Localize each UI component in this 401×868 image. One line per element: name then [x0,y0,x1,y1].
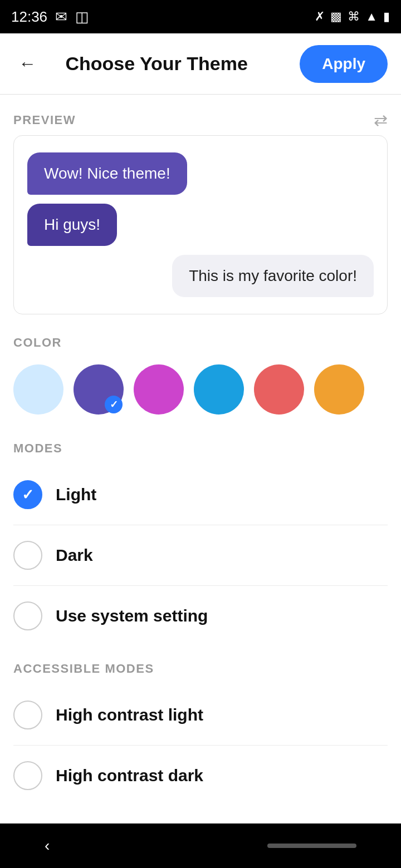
status-bar: 12:36 ✉ ◫ ✗ ▩ ⌘ ▲ ▮ [0,0,401,33]
chat-bubble-sent-1: Wow! Nice theme! [27,152,187,195]
color-circle-magenta[interactable] [134,364,184,415]
sent-message-1: Wow! Nice theme! [27,152,374,204]
color-circles-row [13,359,388,426]
received-message-1: This is my favorite color! [27,255,374,297]
battery-icon: ▮ [383,9,390,24]
mode-label-high-contrast-light: High contrast light [56,706,203,724]
radio-high-contrast-dark [13,761,42,790]
nav-home-pill[interactable] [267,844,356,848]
color-circle-light-blue[interactable] [13,364,63,415]
modes-list: ✓ Light Dark Use system setting [13,465,388,646]
mode-item-high-contrast-dark[interactable]: High contrast dark [13,746,388,806]
color-circle-orange[interactable] [314,364,364,415]
mode-item-dark[interactable]: Dark [13,525,388,586]
bluetooth-icon: ✗ [315,9,325,24]
chat-bubble-received-inner-1: This is my favorite color! [172,255,374,297]
vibrate-icon: ▩ [330,9,342,24]
color-circle-purple[interactable] [74,364,124,415]
time-display: 12:36 [11,8,47,26]
message-icon: ✉ [55,8,67,26]
photo-icon: ◫ [75,8,89,26]
accessible-modes-section-label: ACCESSIBLE MODES [13,646,388,685]
mode-label-light: Light [56,485,96,504]
mode-label-high-contrast-dark: High contrast dark [56,766,203,785]
apply-button[interactable]: Apply [300,45,388,83]
accessible-modes-list: High contrast light High contrast dark [13,685,388,806]
nav-back-button[interactable]: ‹ [45,837,50,855]
color-section-label: COLOR [13,320,388,359]
mode-label-dark: Dark [56,546,93,565]
color-circle-coral[interactable] [254,364,304,415]
modes-section-label: MODES [13,426,388,465]
nav-bar: ‹ [0,823,401,868]
mode-item-high-contrast-light[interactable]: High contrast light [13,685,388,746]
radio-high-contrast-light [13,701,42,729]
main-content: PREVIEW ⇄ Wow! Nice theme! Hi guys! This… [0,95,401,806]
chat-bubble-sent-2: Hi guys! [27,204,117,246]
color-circle-blue[interactable] [194,364,244,415]
check-icon-light: ✓ [22,486,34,504]
sent-message-2: Hi guys! [27,204,374,255]
mode-label-system: Use system setting [56,606,208,625]
radio-light: ✓ [13,480,42,509]
radio-system [13,601,42,630]
swap-icon[interactable]: ⇄ [374,110,388,130]
header: ← Choose Your Theme Apply [0,33,401,95]
mode-item-system[interactable]: Use system setting [13,586,388,646]
radio-dark [13,541,42,570]
signal-icon: ▲ [365,9,378,24]
preview-header: PREVIEW ⇄ [13,95,388,135]
mode-item-light[interactable]: ✓ Light [13,465,388,525]
status-right: ✗ ▩ ⌘ ▲ ▮ [315,9,390,24]
preview-box: Wow! Nice theme! Hi guys! This is my fav… [13,135,388,314]
status-left: 12:36 ✉ ◫ [11,8,89,26]
wifi-icon: ⌘ [348,9,360,24]
page-title: Choose Your Theme [13,53,300,75]
preview-label: PREVIEW [13,113,76,127]
